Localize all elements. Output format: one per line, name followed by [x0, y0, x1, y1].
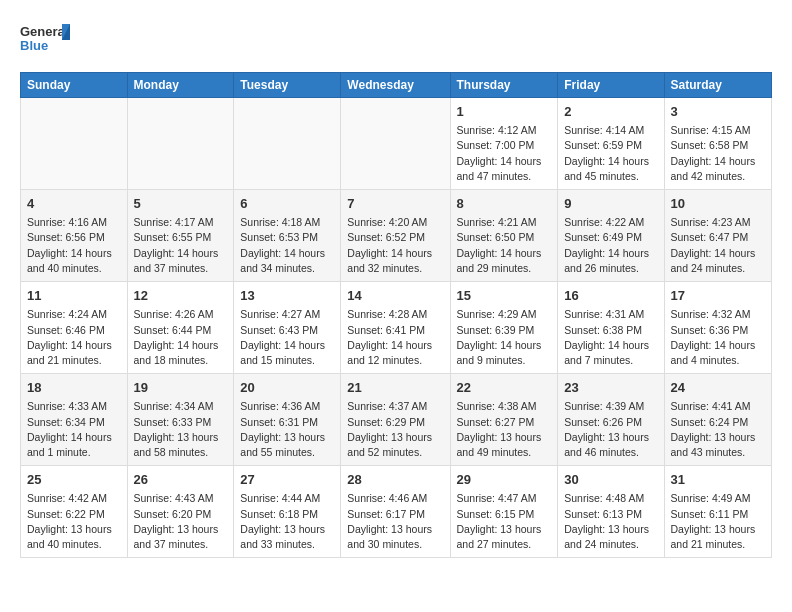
day-number: 30 [564, 471, 657, 489]
day-info: Sunrise: 4:43 AM Sunset: 6:20 PM Dayligh… [134, 491, 228, 552]
calendar-cell: 22Sunrise: 4:38 AM Sunset: 6:27 PM Dayli… [450, 374, 558, 466]
day-info: Sunrise: 4:36 AM Sunset: 6:31 PM Dayligh… [240, 399, 334, 460]
calendar-cell: 29Sunrise: 4:47 AM Sunset: 6:15 PM Dayli… [450, 466, 558, 558]
day-info: Sunrise: 4:27 AM Sunset: 6:43 PM Dayligh… [240, 307, 334, 368]
day-number: 1 [457, 103, 552, 121]
calendar-cell: 25Sunrise: 4:42 AM Sunset: 6:22 PM Dayli… [21, 466, 128, 558]
calendar-cell: 5Sunrise: 4:17 AM Sunset: 6:55 PM Daylig… [127, 190, 234, 282]
day-number: 13 [240, 287, 334, 305]
calendar-cell: 15Sunrise: 4:29 AM Sunset: 6:39 PM Dayli… [450, 282, 558, 374]
weekday-header-wednesday: Wednesday [341, 73, 450, 98]
day-number: 18 [27, 379, 121, 397]
calendar-cell: 1Sunrise: 4:12 AM Sunset: 7:00 PM Daylig… [450, 98, 558, 190]
day-number: 16 [564, 287, 657, 305]
day-info: Sunrise: 4:31 AM Sunset: 6:38 PM Dayligh… [564, 307, 657, 368]
logo: General Blue [20, 20, 70, 62]
calendar-cell [127, 98, 234, 190]
day-info: Sunrise: 4:42 AM Sunset: 6:22 PM Dayligh… [27, 491, 121, 552]
day-info: Sunrise: 4:39 AM Sunset: 6:26 PM Dayligh… [564, 399, 657, 460]
day-info: Sunrise: 4:15 AM Sunset: 6:58 PM Dayligh… [671, 123, 765, 184]
calendar-week-row: 25Sunrise: 4:42 AM Sunset: 6:22 PM Dayli… [21, 466, 772, 558]
day-info: Sunrise: 4:12 AM Sunset: 7:00 PM Dayligh… [457, 123, 552, 184]
day-number: 3 [671, 103, 765, 121]
day-number: 12 [134, 287, 228, 305]
calendar-cell: 12Sunrise: 4:26 AM Sunset: 6:44 PM Dayli… [127, 282, 234, 374]
day-info: Sunrise: 4:34 AM Sunset: 6:33 PM Dayligh… [134, 399, 228, 460]
day-number: 11 [27, 287, 121, 305]
day-info: Sunrise: 4:28 AM Sunset: 6:41 PM Dayligh… [347, 307, 443, 368]
weekday-header-sunday: Sunday [21, 73, 128, 98]
day-number: 26 [134, 471, 228, 489]
svg-text:Blue: Blue [20, 38, 48, 53]
generalblue-logo: General Blue [20, 20, 70, 62]
calendar-cell [21, 98, 128, 190]
calendar-cell: 24Sunrise: 4:41 AM Sunset: 6:24 PM Dayli… [664, 374, 771, 466]
day-number: 9 [564, 195, 657, 213]
calendar-cell: 31Sunrise: 4:49 AM Sunset: 6:11 PM Dayli… [664, 466, 771, 558]
calendar-cell: 23Sunrise: 4:39 AM Sunset: 6:26 PM Dayli… [558, 374, 664, 466]
calendar-cell: 21Sunrise: 4:37 AM Sunset: 6:29 PM Dayli… [341, 374, 450, 466]
calendar-cell: 2Sunrise: 4:14 AM Sunset: 6:59 PM Daylig… [558, 98, 664, 190]
day-number: 14 [347, 287, 443, 305]
calendar-cell: 4Sunrise: 4:16 AM Sunset: 6:56 PM Daylig… [21, 190, 128, 282]
calendar-cell: 28Sunrise: 4:46 AM Sunset: 6:17 PM Dayli… [341, 466, 450, 558]
day-info: Sunrise: 4:22 AM Sunset: 6:49 PM Dayligh… [564, 215, 657, 276]
day-info: Sunrise: 4:32 AM Sunset: 6:36 PM Dayligh… [671, 307, 765, 368]
day-info: Sunrise: 4:29 AM Sunset: 6:39 PM Dayligh… [457, 307, 552, 368]
day-number: 24 [671, 379, 765, 397]
calendar-cell: 8Sunrise: 4:21 AM Sunset: 6:50 PM Daylig… [450, 190, 558, 282]
day-info: Sunrise: 4:16 AM Sunset: 6:56 PM Dayligh… [27, 215, 121, 276]
weekday-header-friday: Friday [558, 73, 664, 98]
calendar-cell: 17Sunrise: 4:32 AM Sunset: 6:36 PM Dayli… [664, 282, 771, 374]
day-number: 15 [457, 287, 552, 305]
calendar-week-row: 11Sunrise: 4:24 AM Sunset: 6:46 PM Dayli… [21, 282, 772, 374]
day-info: Sunrise: 4:17 AM Sunset: 6:55 PM Dayligh… [134, 215, 228, 276]
calendar-cell: 6Sunrise: 4:18 AM Sunset: 6:53 PM Daylig… [234, 190, 341, 282]
day-number: 7 [347, 195, 443, 213]
day-number: 5 [134, 195, 228, 213]
calendar-cell: 20Sunrise: 4:36 AM Sunset: 6:31 PM Dayli… [234, 374, 341, 466]
page: General Blue SundayMondayTuesdayWednesda… [0, 0, 792, 568]
calendar-cell: 14Sunrise: 4:28 AM Sunset: 6:41 PM Dayli… [341, 282, 450, 374]
day-info: Sunrise: 4:21 AM Sunset: 6:50 PM Dayligh… [457, 215, 552, 276]
day-number: 23 [564, 379, 657, 397]
calendar-cell: 19Sunrise: 4:34 AM Sunset: 6:33 PM Dayli… [127, 374, 234, 466]
day-info: Sunrise: 4:38 AM Sunset: 6:27 PM Dayligh… [457, 399, 552, 460]
day-info: Sunrise: 4:20 AM Sunset: 6:52 PM Dayligh… [347, 215, 443, 276]
calendar-cell: 9Sunrise: 4:22 AM Sunset: 6:49 PM Daylig… [558, 190, 664, 282]
calendar-week-row: 4Sunrise: 4:16 AM Sunset: 6:56 PM Daylig… [21, 190, 772, 282]
day-number: 17 [671, 287, 765, 305]
weekday-header-row: SundayMondayTuesdayWednesdayThursdayFrid… [21, 73, 772, 98]
calendar-header: SundayMondayTuesdayWednesdayThursdayFrid… [21, 73, 772, 98]
day-number: 22 [457, 379, 552, 397]
day-info: Sunrise: 4:49 AM Sunset: 6:11 PM Dayligh… [671, 491, 765, 552]
weekday-header-tuesday: Tuesday [234, 73, 341, 98]
day-number: 20 [240, 379, 334, 397]
day-info: Sunrise: 4:26 AM Sunset: 6:44 PM Dayligh… [134, 307, 228, 368]
day-info: Sunrise: 4:37 AM Sunset: 6:29 PM Dayligh… [347, 399, 443, 460]
day-info: Sunrise: 4:47 AM Sunset: 6:15 PM Dayligh… [457, 491, 552, 552]
calendar-cell: 27Sunrise: 4:44 AM Sunset: 6:18 PM Dayli… [234, 466, 341, 558]
day-number: 2 [564, 103, 657, 121]
calendar-table: SundayMondayTuesdayWednesdayThursdayFrid… [20, 72, 772, 558]
calendar-cell: 3Sunrise: 4:15 AM Sunset: 6:58 PM Daylig… [664, 98, 771, 190]
day-info: Sunrise: 4:44 AM Sunset: 6:18 PM Dayligh… [240, 491, 334, 552]
weekday-header-thursday: Thursday [450, 73, 558, 98]
day-number: 29 [457, 471, 552, 489]
calendar-cell [234, 98, 341, 190]
weekday-header-saturday: Saturday [664, 73, 771, 98]
day-number: 27 [240, 471, 334, 489]
calendar-cell: 10Sunrise: 4:23 AM Sunset: 6:47 PM Dayli… [664, 190, 771, 282]
calendar-cell: 18Sunrise: 4:33 AM Sunset: 6:34 PM Dayli… [21, 374, 128, 466]
day-number: 10 [671, 195, 765, 213]
day-number: 19 [134, 379, 228, 397]
day-info: Sunrise: 4:33 AM Sunset: 6:34 PM Dayligh… [27, 399, 121, 460]
calendar-cell [341, 98, 450, 190]
day-number: 6 [240, 195, 334, 213]
day-info: Sunrise: 4:24 AM Sunset: 6:46 PM Dayligh… [27, 307, 121, 368]
calendar-week-row: 18Sunrise: 4:33 AM Sunset: 6:34 PM Dayli… [21, 374, 772, 466]
calendar-body: 1Sunrise: 4:12 AM Sunset: 7:00 PM Daylig… [21, 98, 772, 558]
svg-text:General: General [20, 24, 68, 39]
day-info: Sunrise: 4:14 AM Sunset: 6:59 PM Dayligh… [564, 123, 657, 184]
calendar-cell: 16Sunrise: 4:31 AM Sunset: 6:38 PM Dayli… [558, 282, 664, 374]
